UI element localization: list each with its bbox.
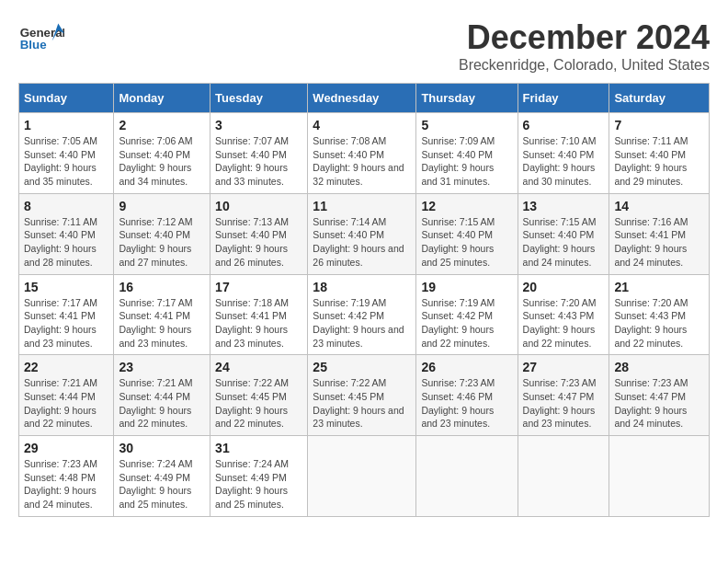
table-cell: 21 Sunrise: 7:20 AMSunset: 4:43 PMDaylig… — [609, 274, 710, 355]
day-number: 1 — [24, 118, 108, 132]
day-number: 4 — [313, 118, 411, 132]
day-info: Sunrise: 7:07 AMSunset: 4:40 PMDaylight:… — [215, 135, 289, 187]
day-info: Sunrise: 7:05 AMSunset: 4:40 PMDaylight:… — [24, 135, 97, 187]
calendar-row: 15 Sunrise: 7:17 AMSunset: 4:41 PMDaylig… — [19, 274, 710, 355]
day-info: Sunrise: 7:22 AMSunset: 4:45 PMDaylight:… — [313, 377, 404, 429]
day-info: Sunrise: 7:23 AMSunset: 4:48 PMDaylight:… — [24, 458, 97, 510]
day-number: 26 — [421, 360, 512, 374]
table-cell: 31 Sunrise: 7:24 AMSunset: 4:49 PMDaylig… — [210, 436, 308, 517]
day-number: 20 — [523, 280, 605, 294]
calendar-row: 1 Sunrise: 7:05 AMSunset: 4:40 PMDayligh… — [19, 113, 710, 194]
day-info: Sunrise: 7:19 AMSunset: 4:42 PMDaylight:… — [313, 297, 404, 349]
table-cell: 10 Sunrise: 7:13 AMSunset: 4:40 PMDaylig… — [210, 193, 308, 274]
table-cell: 23 Sunrise: 7:21 AMSunset: 4:44 PMDaylig… — [114, 355, 210, 436]
day-info: Sunrise: 7:17 AMSunset: 4:41 PMDaylight:… — [119, 297, 192, 349]
day-info: Sunrise: 7:21 AMSunset: 4:44 PMDaylight:… — [24, 377, 97, 429]
day-info: Sunrise: 7:15 AMSunset: 4:40 PMDaylight:… — [421, 216, 495, 268]
table-cell: 12 Sunrise: 7:15 AMSunset: 4:40 PMDaylig… — [416, 193, 518, 274]
day-number: 28 — [614, 360, 704, 374]
day-number: 5 — [421, 118, 512, 132]
day-number: 6 — [523, 118, 605, 132]
day-info: Sunrise: 7:22 AMSunset: 4:45 PMDaylight:… — [215, 377, 289, 429]
day-number: 24 — [215, 360, 302, 374]
table-cell: 9 Sunrise: 7:12 AMSunset: 4:40 PMDayligh… — [114, 193, 210, 274]
day-number: 13 — [523, 199, 605, 213]
day-info: Sunrise: 7:21 AMSunset: 4:44 PMDaylight:… — [119, 377, 192, 429]
day-number: 2 — [119, 118, 205, 132]
day-number: 19 — [421, 280, 512, 294]
table-cell: 11 Sunrise: 7:14 AMSunset: 4:40 PMDaylig… — [308, 193, 416, 274]
table-cell: 24 Sunrise: 7:22 AMSunset: 4:45 PMDaylig… — [210, 355, 308, 436]
day-info: Sunrise: 7:08 AMSunset: 4:40 PMDaylight:… — [313, 135, 404, 187]
col-sunday: Sunday — [19, 84, 114, 113]
day-info: Sunrise: 7:24 AMSunset: 4:49 PMDaylight:… — [215, 458, 289, 510]
table-cell: 25 Sunrise: 7:22 AMSunset: 4:45 PMDaylig… — [308, 355, 416, 436]
logo: General Blue — [18, 18, 64, 55]
svg-text:Blue: Blue — [20, 38, 47, 52]
day-number: 11 — [313, 199, 411, 213]
day-number: 23 — [119, 360, 205, 374]
col-tuesday: Tuesday — [210, 84, 308, 113]
table-cell: 20 Sunrise: 7:20 AMSunset: 4:43 PMDaylig… — [518, 274, 609, 355]
day-number: 16 — [119, 280, 205, 294]
calendar-row: 8 Sunrise: 7:11 AMSunset: 4:40 PMDayligh… — [19, 193, 710, 274]
day-number: 7 — [614, 118, 704, 132]
title-section: December 2024 Breckenridge, Colorado, Un… — [459, 18, 710, 74]
day-number: 9 — [119, 199, 205, 213]
col-wednesday: Wednesday — [308, 84, 416, 113]
day-info: Sunrise: 7:13 AMSunset: 4:40 PMDaylight:… — [215, 216, 289, 268]
day-info: Sunrise: 7:14 AMSunset: 4:40 PMDaylight:… — [313, 216, 404, 268]
table-cell: 18 Sunrise: 7:19 AMSunset: 4:42 PMDaylig… — [308, 274, 416, 355]
day-number: 12 — [421, 199, 512, 213]
day-info: Sunrise: 7:15 AMSunset: 4:40 PMDaylight:… — [523, 216, 597, 268]
day-info: Sunrise: 7:17 AMSunset: 4:41 PMDaylight:… — [24, 297, 97, 349]
table-cell: 4 Sunrise: 7:08 AMSunset: 4:40 PMDayligh… — [308, 113, 416, 194]
table-cell: 16 Sunrise: 7:17 AMSunset: 4:41 PMDaylig… — [114, 274, 210, 355]
day-info: Sunrise: 7:09 AMSunset: 4:40 PMDaylight:… — [421, 135, 495, 187]
day-number: 22 — [24, 360, 108, 374]
page-title: December 2024 — [459, 18, 710, 57]
day-number: 17 — [215, 280, 302, 294]
table-cell: 15 Sunrise: 7:17 AMSunset: 4:41 PMDaylig… — [19, 274, 114, 355]
table-cell: 19 Sunrise: 7:19 AMSunset: 4:42 PMDaylig… — [416, 274, 518, 355]
table-cell: 1 Sunrise: 7:05 AMSunset: 4:40 PMDayligh… — [19, 113, 114, 194]
day-info: Sunrise: 7:10 AMSunset: 4:40 PMDaylight:… — [523, 135, 597, 187]
col-thursday: Thursday — [416, 84, 518, 113]
day-info: Sunrise: 7:06 AMSunset: 4:40 PMDaylight:… — [119, 135, 192, 187]
calendar-row: 22 Sunrise: 7:21 AMSunset: 4:44 PMDaylig… — [19, 355, 710, 436]
day-number: 14 — [614, 199, 704, 213]
day-number: 30 — [119, 441, 205, 455]
table-cell: 26 Sunrise: 7:23 AMSunset: 4:46 PMDaylig… — [416, 355, 518, 436]
table-cell: 29 Sunrise: 7:23 AMSunset: 4:48 PMDaylig… — [19, 436, 114, 517]
table-cell: 28 Sunrise: 7:23 AMSunset: 4:47 PMDaylig… — [609, 355, 710, 436]
day-number: 31 — [215, 441, 302, 455]
logo-icon: General Blue — [18, 18, 64, 55]
day-number: 3 — [215, 118, 302, 132]
day-info: Sunrise: 7:20 AMSunset: 4:43 PMDaylight:… — [614, 297, 688, 349]
day-info: Sunrise: 7:23 AMSunset: 4:47 PMDaylight:… — [614, 377, 688, 429]
column-headers: Sunday Monday Tuesday Wednesday Thursday… — [19, 84, 710, 113]
day-info: Sunrise: 7:19 AMSunset: 4:42 PMDaylight:… — [421, 297, 495, 349]
table-cell: 3 Sunrise: 7:07 AMSunset: 4:40 PMDayligh… — [210, 113, 308, 194]
table-cell — [518, 436, 609, 517]
day-info: Sunrise: 7:20 AMSunset: 4:43 PMDaylight:… — [523, 297, 597, 349]
day-info: Sunrise: 7:23 AMSunset: 4:47 PMDaylight:… — [523, 377, 597, 429]
day-info: Sunrise: 7:24 AMSunset: 4:49 PMDaylight:… — [119, 458, 192, 510]
day-info: Sunrise: 7:11 AMSunset: 4:40 PMDaylight:… — [614, 135, 688, 187]
day-info: Sunrise: 7:16 AMSunset: 4:41 PMDaylight:… — [614, 216, 688, 268]
day-info: Sunrise: 7:11 AMSunset: 4:40 PMDaylight:… — [24, 216, 97, 268]
table-cell: 6 Sunrise: 7:10 AMSunset: 4:40 PMDayligh… — [518, 113, 609, 194]
page-header: General Blue December 2024 Breckenridge,… — [18, 18, 710, 74]
table-cell: 17 Sunrise: 7:18 AMSunset: 4:41 PMDaylig… — [210, 274, 308, 355]
day-number: 21 — [614, 280, 704, 294]
day-info: Sunrise: 7:12 AMSunset: 4:40 PMDaylight:… — [119, 216, 192, 268]
day-info: Sunrise: 7:18 AMSunset: 4:41 PMDaylight:… — [215, 297, 289, 349]
calendar-table: Sunday Monday Tuesday Wednesday Thursday… — [18, 83, 710, 517]
col-friday: Friday — [518, 84, 609, 113]
table-cell: 30 Sunrise: 7:24 AMSunset: 4:49 PMDaylig… — [114, 436, 210, 517]
day-number: 8 — [24, 199, 108, 213]
table-cell — [609, 436, 710, 517]
col-monday: Monday — [114, 84, 210, 113]
page-subtitle: Breckenridge, Colorado, United States — [459, 57, 710, 74]
day-number: 27 — [523, 360, 605, 374]
